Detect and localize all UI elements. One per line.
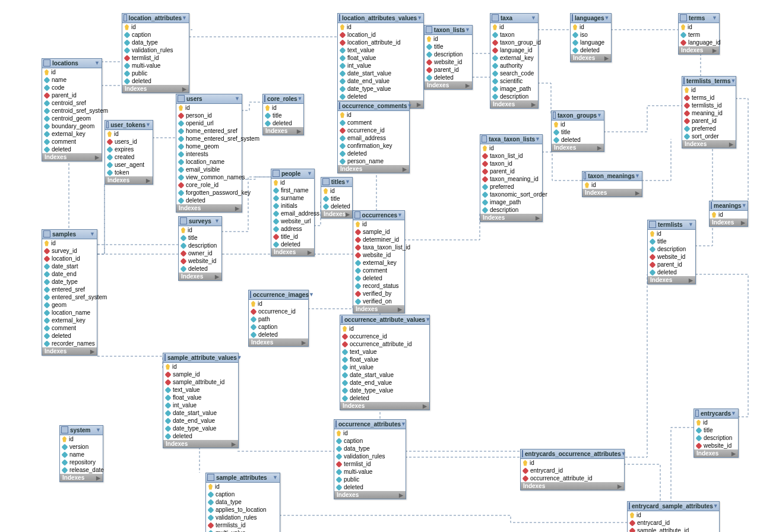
column-row[interactable]: date_type_value — [340, 387, 429, 394]
column-row[interactable]: surname — [271, 194, 314, 202]
column-row[interactable]: id — [521, 459, 624, 467]
expand-icon[interactable]: ▶ — [235, 205, 239, 211]
expand-icon[interactable]: ▶ — [741, 220, 745, 226]
column-row[interactable]: date_start_value — [338, 69, 423, 77]
table-entrycards_occurrence_attributes[interactable]: entrycards_occurrence_attributes▼identry… — [520, 449, 625, 490]
column-row[interactable]: termlist_id — [334, 460, 406, 468]
table-occurrence_attribute_values[interactable]: occurrence_attribute_values▼idoccurrence… — [340, 315, 430, 410]
column-row[interactable]: owner_id — [179, 249, 221, 257]
column-row[interactable]: deleted — [425, 74, 472, 81]
column-row[interactable]: deleted — [263, 119, 303, 127]
column-row[interactable]: date_start — [42, 262, 97, 270]
column-row[interactable]: date_end_value — [338, 77, 423, 85]
expand-icon[interactable]: ▶ — [90, 349, 94, 354]
column-row[interactable]: id — [271, 179, 314, 186]
collapse-icon[interactable]: ▼ — [273, 474, 278, 480]
indexes-section[interactable]: Indexes▶ — [521, 482, 624, 490]
collapse-icon[interactable]: ▼ — [90, 231, 95, 237]
column-row[interactable]: email_address — [271, 210, 314, 217]
column-row[interactable]: data_type — [334, 445, 406, 452]
column-row[interactable]: id — [648, 230, 695, 238]
table-header-meanings[interactable]: meanings▼ — [710, 201, 748, 211]
indexes-section[interactable]: Indexes▶ — [122, 85, 189, 93]
column-row[interactable]: date_end — [42, 270, 97, 278]
column-row[interactable]: id — [353, 220, 404, 228]
column-row[interactable]: entrycard_id — [521, 467, 624, 474]
column-row[interactable]: multi_value — [206, 529, 280, 532]
expand-icon[interactable]: ▶ — [95, 154, 99, 160]
column-row[interactable]: sample_attribute_id — [163, 378, 238, 386]
indexes-section[interactable]: Indexes▶ — [490, 100, 538, 108]
column-row[interactable]: id — [628, 511, 719, 519]
column-row[interactable]: deleted — [334, 483, 406, 491]
table-header-location_attributes[interactable]: location_attributes▼ — [122, 14, 189, 23]
indexes-section[interactable]: Indexes▶ — [571, 54, 611, 62]
column-row[interactable]: survey_id — [42, 247, 97, 255]
table-header-samples[interactable]: samples▼ — [42, 230, 97, 239]
column-row[interactable]: description — [490, 93, 538, 100]
indexes-section[interactable]: Indexes▶ — [176, 204, 242, 212]
column-row[interactable]: centroid_sref_system — [42, 107, 102, 115]
collapse-icon[interactable]: ▼ — [730, 78, 736, 84]
indexes-section[interactable]: Indexes▶ — [710, 218, 748, 226]
column-row[interactable]: id — [582, 181, 642, 189]
column-row[interactable]: deleted — [163, 432, 238, 440]
column-row[interactable]: caption — [122, 31, 189, 39]
collapse-icon[interactable]: ▼ — [713, 503, 718, 509]
column-row[interactable]: data_type — [122, 39, 189, 46]
column-row[interactable]: data_type — [206, 498, 280, 506]
table-header-termlists_terms[interactable]: termlists_terms▼ — [682, 77, 736, 86]
table-header-sample_attribute_values[interactable]: sample_attribute_values▼ — [163, 353, 238, 363]
column-row[interactable]: release_date — [60, 466, 103, 474]
indexes-section[interactable]: Indexes▶ — [249, 338, 308, 346]
column-row[interactable]: occurrence_id — [340, 332, 429, 340]
table-header-entrycard_sample_attributes[interactable]: entrycard_sample_attributes▼ — [628, 502, 719, 511]
indexes-section[interactable]: Indexes▶ — [679, 46, 719, 54]
column-row[interactable]: deleted — [42, 145, 102, 153]
column-row[interactable]: deleted — [552, 136, 604, 144]
column-row[interactable]: view_common_names — [176, 173, 242, 181]
collapse-icon[interactable]: ▼ — [712, 15, 717, 21]
column-row[interactable]: caption — [206, 490, 280, 498]
column-row[interactable]: interests — [176, 150, 242, 158]
column-row[interactable]: id — [263, 104, 303, 112]
column-row[interactable]: home_geom — [176, 142, 242, 150]
expand-icon[interactable]: ▶ — [604, 55, 609, 61]
table-users[interactable]: users▼idperson_idopenid_urlhome_entered_… — [176, 94, 242, 213]
collapse-icon[interactable]: ▼ — [425, 316, 430, 322]
table-taxa_taxon_lists[interactable]: taxa_taxon_lists▼idtaxon_list_idtaxon_id… — [480, 134, 543, 222]
column-row[interactable]: description — [425, 50, 472, 58]
column-row[interactable]: taxonomic_sort_order — [480, 191, 542, 198]
column-row[interactable]: parent_id — [480, 167, 542, 175]
column-row[interactable]: location_attribute_id — [338, 39, 423, 46]
column-row[interactable]: user_agent — [105, 161, 153, 169]
table-occurrences[interactable]: occurrences▼idsample_iddeterminer_idtaxa… — [353, 210, 405, 314]
column-row[interactable]: deleted — [338, 93, 423, 100]
table-termlists[interactable]: termlists▼idtitledescriptionwebsite_idpa… — [647, 220, 696, 284]
table-location_attributes[interactable]: location_attributes▼idcaptiondata_typeva… — [122, 13, 189, 93]
table-header-occurrences[interactable]: occurrences▼ — [353, 211, 404, 220]
table-header-entrycards[interactable]: entrycards▼ — [694, 409, 738, 419]
indexes-section[interactable]: Indexes▶ — [42, 347, 97, 355]
column-row[interactable]: website_id — [353, 251, 404, 259]
expand-icon[interactable]: ▶ — [403, 166, 407, 172]
table-header-sample_attributes[interactable]: sample_attributes▼ — [206, 473, 280, 483]
collapse-icon[interactable]: ▼ — [731, 410, 736, 416]
indexes-section[interactable]: Indexes▶ — [338, 165, 409, 173]
column-row[interactable]: id — [338, 111, 409, 119]
table-header-surveys[interactable]: surveys▼ — [179, 217, 221, 226]
table-header-occurrence_attributes[interactable]: occurrence_attributes▼ — [334, 420, 406, 429]
table-header-termlists[interactable]: termlists▼ — [648, 220, 695, 230]
column-row[interactable]: location_id — [338, 31, 423, 39]
table-samples[interactable]: samples▼idsurvey_idlocation_iddate_start… — [42, 229, 97, 356]
column-row[interactable]: deleted — [249, 331, 308, 338]
collapse-icon[interactable]: ▼ — [237, 354, 242, 360]
column-row[interactable]: id — [694, 419, 738, 426]
table-header-locations[interactable]: locations▼ — [42, 59, 102, 68]
column-row[interactable]: validation_rules — [334, 452, 406, 460]
column-row[interactable]: external_key — [42, 316, 97, 324]
indexes-section[interactable]: Indexes▶ — [179, 273, 221, 280]
column-row[interactable]: text_value — [338, 46, 423, 54]
table-locations[interactable]: locations▼idnamecodeparent_idcentroid_sr… — [42, 58, 102, 162]
expand-icon[interactable]: ▶ — [689, 277, 693, 283]
